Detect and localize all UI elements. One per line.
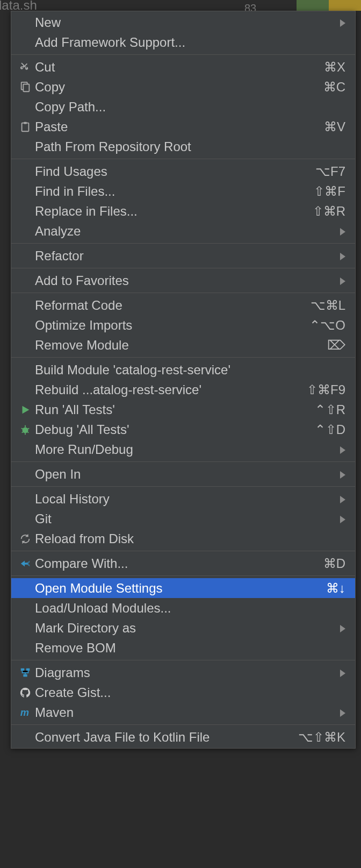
menu-item-find-in-files[interactable]: Find in Files...⇧⌘F — [11, 181, 355, 201]
menu-item-refactor[interactable]: Refactor — [11, 246, 355, 266]
menu-item-label: Open Module Settings — [35, 581, 317, 596]
submenu-arrow-icon — [340, 273, 345, 288]
menu-item-maven[interactable]: Maven — [11, 702, 355, 722]
menu-item-shortcut: ⌃⇧R — [315, 402, 345, 417]
menu-item-compare-with[interactable]: Compare With...⌘D — [11, 553, 355, 573]
menu-item-label: Debug 'All Tests' — [35, 422, 306, 437]
menu-item-open-module-settings[interactable]: Open Module Settings⌘↓ — [11, 578, 355, 598]
menu-item-reformat[interactable]: Reformat Code⌥⌘L — [11, 295, 355, 315]
cut-icon — [16, 61, 35, 73]
menu-item-rebuild[interactable]: Rebuild ...atalog-rest-service'⇧⌘F9 — [11, 380, 355, 400]
menu-item-reload-disk[interactable]: Reload from Disk — [11, 529, 355, 549]
menu-separator — [11, 243, 355, 244]
submenu-arrow-icon — [340, 15, 345, 30]
gutter-yellow-marker — [329, 0, 361, 11]
menu-item-add-favorites[interactable]: Add to Favorites — [11, 271, 355, 290]
maven-icon — [16, 707, 35, 718]
menu-item-shortcut: ⌥⇧⌘K — [298, 730, 345, 745]
menu-item-add-framework[interactable]: Add Framework Support... — [11, 32, 355, 52]
menu-item-label: Add Framework Support... — [35, 35, 345, 50]
menu-item-label: Diagrams — [35, 665, 334, 680]
submenu-arrow-icon — [340, 224, 345, 239]
menu-item-label: Load/Unload Modules... — [35, 601, 345, 616]
submenu-arrow-icon — [340, 442, 345, 457]
menu-item-debug-all[interactable]: Debug 'All Tests'⌃⇧D — [11, 419, 355, 439]
menu-item-remove-bom[interactable]: Remove BOM — [11, 638, 355, 658]
menu-item-label: Maven — [35, 705, 334, 720]
menu-item-analyze[interactable]: Analyze — [11, 221, 355, 241]
menu-item-label: Add to Favorites — [35, 273, 334, 288]
github-icon — [16, 687, 35, 699]
menu-item-label: Find in Files... — [35, 184, 305, 199]
menu-item-label: Run 'All Tests' — [35, 402, 306, 417]
menu-item-label: Reload from Disk — [35, 531, 345, 546]
menu-item-label: Compare With... — [35, 556, 315, 571]
menu-separator — [11, 551, 355, 551]
menu-item-label: Remove Module — [35, 338, 319, 353]
menu-item-shortcut: ⌦ — [327, 338, 345, 353]
submenu-arrow-icon — [340, 248, 345, 264]
menu-item-open-in[interactable]: Open In — [11, 464, 355, 484]
menu-item-paste[interactable]: Paste⌘V — [11, 117, 355, 137]
menu-separator — [11, 268, 355, 268]
submenu-arrow-icon — [340, 705, 345, 720]
menu-item-label: Local History — [35, 492, 334, 507]
submenu-arrow-icon — [340, 511, 345, 527]
menu-item-label: Copy Path... — [35, 99, 345, 115]
menu-item-shortcut: ⌃⌥O — [309, 318, 345, 333]
gutter-green-marker — [297, 0, 329, 11]
submenu-arrow-icon — [340, 467, 345, 482]
menu-item-label: Analyze — [35, 224, 334, 239]
menu-item-label: Replace in Files... — [35, 204, 304, 219]
menu-item-shortcut: ⌥⌘L — [311, 298, 345, 313]
menu-item-label: Build Module 'catalog-rest-service' — [35, 362, 345, 378]
menu-separator — [11, 486, 355, 487]
menu-item-local-history[interactable]: Local History — [11, 489, 355, 509]
menu-item-optimize-imports[interactable]: Optimize Imports⌃⌥O — [11, 315, 355, 335]
menu-item-shortcut: ⌘↓ — [326, 581, 345, 596]
menu-item-more-run[interactable]: More Run/Debug — [11, 439, 355, 459]
menu-item-copy[interactable]: Copy⌘C — [11, 77, 355, 97]
menu-separator — [11, 724, 355, 725]
menu-item-label: Refactor — [35, 248, 334, 264]
menu-item-label: Reformat Code — [35, 298, 302, 313]
menu-item-shortcut: ⌃⇧D — [315, 422, 345, 437]
menu-item-label: Optimize Imports — [35, 318, 301, 333]
menu-separator — [11, 293, 355, 293]
menu-item-build-module[interactable]: Build Module 'catalog-rest-service' — [11, 360, 355, 380]
menu-item-shortcut: ⌥F7 — [315, 164, 345, 179]
menu-item-label: New — [35, 15, 334, 30]
menu-separator — [11, 54, 355, 55]
menu-item-new[interactable]: New — [11, 12, 355, 32]
menu-item-diagrams[interactable]: Diagrams — [11, 663, 355, 682]
menu-item-shortcut: ⇧⌘F9 — [307, 382, 345, 397]
menu-item-mark-directory[interactable]: Mark Directory as — [11, 618, 355, 638]
menu-item-shortcut: ⇧⌘R — [313, 204, 345, 219]
menu-separator — [11, 660, 355, 660]
menu-item-label: Convert Java File to Kotlin File — [35, 730, 290, 745]
copy-icon — [16, 81, 35, 93]
menu-item-label: More Run/Debug — [35, 442, 334, 457]
context-menu: NewAdd Framework Support...Cut⌘XCopy⌘CCo… — [11, 11, 356, 749]
menu-item-label: Create Gist... — [35, 685, 345, 700]
menu-item-run-all[interactable]: Run 'All Tests'⌃⇧R — [11, 400, 355, 419]
menu-item-remove-module[interactable]: Remove Module⌦ — [11, 335, 355, 355]
menu-item-label: Paste — [35, 119, 315, 134]
menu-item-label: Cut — [35, 60, 315, 75]
menu-item-load-unload[interactable]: Load/Unload Modules... — [11, 598, 355, 618]
menu-item-git[interactable]: Git — [11, 509, 355, 529]
menu-item-path-repo-root[interactable]: Path From Repository Root — [11, 137, 355, 156]
menu-item-shortcut: ⌘D — [323, 556, 345, 571]
menu-item-label: Mark Directory as — [35, 621, 334, 636]
menu-item-copy-path[interactable]: Copy Path... — [11, 97, 355, 117]
menu-item-cut[interactable]: Cut⌘X — [11, 57, 355, 77]
menu-item-shortcut: ⇧⌘F — [314, 184, 345, 199]
menu-item-label: Copy — [35, 80, 315, 95]
menu-item-convert-kotlin[interactable]: Convert Java File to Kotlin File⌥⇧⌘K — [11, 727, 355, 747]
menu-item-label: Git — [35, 511, 334, 527]
menu-item-replace-in-files[interactable]: Replace in Files...⇧⌘R — [11, 201, 355, 221]
menu-item-shortcut: ⌘V — [324, 119, 345, 134]
menu-item-find-usages[interactable]: Find Usages⌥F7 — [11, 161, 355, 181]
menu-item-create-gist[interactable]: Create Gist... — [11, 682, 355, 702]
submenu-arrow-icon — [340, 665, 345, 680]
